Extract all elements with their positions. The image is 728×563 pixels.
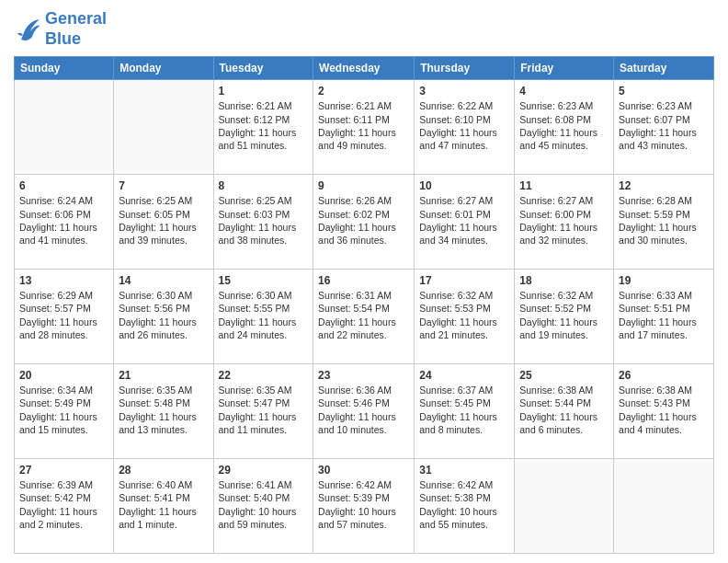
day-sunrise: Sunrise: 6:21 AM [318, 100, 392, 111]
header-cell-tuesday: Tuesday [213, 57, 313, 80]
day-daylight: Daylight: 10 hours and 57 minutes. [318, 506, 396, 530]
day-cell [15, 80, 114, 175]
day-cell: 25Sunrise: 6:38 AMSunset: 5:44 PMDayligh… [515, 364, 614, 459]
week-row-1: 6Sunrise: 6:24 AMSunset: 6:06 PMDaylight… [15, 175, 714, 270]
day-sunrise: Sunrise: 6:25 AM [219, 195, 292, 206]
day-daylight: Daylight: 11 hours and 17 minutes. [619, 316, 697, 340]
day-number: 13 [19, 273, 108, 288]
week-row-0: 1Sunrise: 6:21 AMSunset: 6:12 PMDaylight… [15, 80, 714, 175]
day-number: 31 [419, 463, 509, 477]
day-number: 9 [318, 178, 409, 193]
day-cell: 16Sunrise: 6:31 AMSunset: 5:54 PMDayligh… [313, 270, 415, 364]
day-number: 12 [619, 178, 709, 193]
day-sunset: Sunset: 6:05 PM [119, 209, 190, 220]
day-sunset: Sunset: 5:54 PM [318, 303, 390, 314]
day-number: 24 [419, 368, 509, 383]
day-sunrise: Sunrise: 6:21 AM [219, 100, 292, 111]
week-row-4: 27Sunrise: 6:39 AMSunset: 5:42 PMDayligh… [15, 459, 714, 554]
day-daylight: Daylight: 11 hours and 47 minutes. [419, 127, 497, 151]
day-sunset: Sunset: 6:01 PM [419, 209, 491, 220]
day-number: 28 [119, 463, 208, 477]
day-sunset: Sunset: 5:56 PM [119, 303, 190, 314]
day-sunset: Sunset: 5:44 PM [519, 397, 591, 408]
header-row: SundayMondayTuesdayWednesdayThursdayFrid… [15, 57, 714, 80]
day-daylight: Daylight: 11 hours and 49 minutes. [318, 127, 396, 151]
day-sunset: Sunset: 6:06 PM [19, 209, 91, 220]
day-sunrise: Sunrise: 6:22 AM [419, 100, 493, 111]
header-cell-monday: Monday [114, 57, 213, 80]
day-number: 3 [419, 84, 509, 98]
day-sunrise: Sunrise: 6:42 AM [419, 479, 493, 490]
day-sunrise: Sunrise: 6:29 AM [19, 290, 93, 301]
day-cell: 15Sunrise: 6:30 AMSunset: 5:55 PMDayligh… [213, 270, 313, 364]
day-sunrise: Sunrise: 6:35 AM [119, 385, 192, 396]
day-daylight: Daylight: 10 hours and 55 minutes. [419, 506, 497, 530]
day-sunrise: Sunrise: 6:40 AM [119, 479, 192, 490]
day-sunrise: Sunrise: 6:30 AM [119, 290, 192, 301]
day-number: 11 [519, 178, 609, 193]
day-cell: 1Sunrise: 6:21 AMSunset: 6:12 PMDaylight… [213, 80, 313, 175]
day-cell: 6Sunrise: 6:24 AMSunset: 6:06 PMDaylight… [15, 175, 114, 270]
header-cell-sunday: Sunday [15, 57, 114, 80]
day-cell: 21Sunrise: 6:35 AMSunset: 5:48 PMDayligh… [114, 364, 213, 459]
day-sunset: Sunset: 5:59 PM [619, 209, 690, 220]
day-cell: 3Sunrise: 6:22 AMSunset: 6:10 PMDaylight… [415, 80, 515, 175]
day-daylight: Daylight: 11 hours and 51 minutes. [219, 127, 297, 151]
day-daylight: Daylight: 11 hours and 1 minute. [119, 506, 197, 530]
day-number: 30 [318, 463, 409, 477]
day-cell: 24Sunrise: 6:37 AMSunset: 5:45 PMDayligh… [415, 364, 515, 459]
day-sunset: Sunset: 6:10 PM [419, 114, 491, 125]
logo-icon [14, 17, 41, 42]
calendar-body: 1Sunrise: 6:21 AMSunset: 6:12 PMDaylight… [15, 80, 714, 554]
logo-text: General Blue [45, 9, 107, 49]
day-sunrise: Sunrise: 6:32 AM [419, 290, 493, 301]
day-sunset: Sunset: 5:55 PM [219, 303, 290, 314]
day-sunset: Sunset: 6:08 PM [519, 114, 591, 125]
day-number: 5 [619, 84, 709, 98]
day-sunrise: Sunrise: 6:25 AM [119, 195, 192, 206]
day-sunset: Sunset: 5:47 PM [219, 397, 290, 408]
day-cell: 23Sunrise: 6:36 AMSunset: 5:46 PMDayligh… [313, 364, 415, 459]
day-sunrise: Sunrise: 6:27 AM [519, 195, 593, 206]
day-sunset: Sunset: 5:39 PM [318, 492, 390, 503]
day-daylight: Daylight: 11 hours and 34 minutes. [419, 222, 497, 246]
day-cell: 5Sunrise: 6:23 AMSunset: 6:07 PMDaylight… [614, 80, 714, 175]
day-cell: 4Sunrise: 6:23 AMSunset: 6:08 PMDaylight… [515, 80, 614, 175]
day-sunrise: Sunrise: 6:32 AM [519, 290, 593, 301]
day-cell: 14Sunrise: 6:30 AMSunset: 5:56 PMDayligh… [114, 270, 213, 364]
day-sunrise: Sunrise: 6:24 AM [19, 195, 93, 206]
day-sunset: Sunset: 5:46 PM [318, 397, 390, 408]
day-cell: 30Sunrise: 6:42 AMSunset: 5:39 PMDayligh… [313, 459, 415, 554]
day-cell: 18Sunrise: 6:32 AMSunset: 5:52 PMDayligh… [515, 270, 614, 364]
day-daylight: Daylight: 11 hours and 15 minutes. [19, 411, 97, 435]
day-sunrise: Sunrise: 6:31 AM [318, 290, 392, 301]
day-number: 6 [19, 178, 108, 193]
day-number: 27 [19, 463, 108, 477]
day-daylight: Daylight: 11 hours and 11 minutes. [219, 411, 297, 435]
day-daylight: Daylight: 10 hours and 59 minutes. [219, 506, 297, 530]
day-sunrise: Sunrise: 6:27 AM [419, 195, 493, 206]
day-daylight: Daylight: 11 hours and 13 minutes. [119, 411, 197, 435]
day-cell: 20Sunrise: 6:34 AMSunset: 5:49 PMDayligh… [15, 364, 114, 459]
logo: General Blue [14, 9, 107, 49]
day-number: 2 [318, 84, 409, 98]
header-cell-wednesday: Wednesday [313, 57, 415, 80]
calendar-table: SundayMondayTuesdayWednesdayThursdayFrid… [14, 56, 714, 554]
day-cell: 10Sunrise: 6:27 AMSunset: 6:01 PMDayligh… [415, 175, 515, 270]
day-daylight: Daylight: 11 hours and 28 minutes. [19, 316, 97, 340]
day-daylight: Daylight: 11 hours and 19 minutes. [519, 316, 597, 340]
day-sunset: Sunset: 5:45 PM [419, 397, 491, 408]
day-daylight: Daylight: 11 hours and 43 minutes. [619, 127, 697, 151]
day-cell [614, 459, 714, 554]
day-sunset: Sunset: 5:57 PM [19, 303, 91, 314]
header-cell-saturday: Saturday [614, 57, 714, 80]
day-cell: 8Sunrise: 6:25 AMSunset: 6:03 PMDaylight… [213, 175, 313, 270]
day-sunset: Sunset: 6:00 PM [519, 209, 591, 220]
day-daylight: Daylight: 11 hours and 38 minutes. [219, 222, 297, 246]
day-sunset: Sunset: 5:42 PM [19, 492, 91, 503]
day-number: 21 [119, 368, 208, 383]
day-sunset: Sunset: 6:02 PM [318, 209, 390, 220]
day-cell: 26Sunrise: 6:38 AMSunset: 5:43 PMDayligh… [614, 364, 714, 459]
header-cell-thursday: Thursday [415, 57, 515, 80]
day-cell: 13Sunrise: 6:29 AMSunset: 5:57 PMDayligh… [15, 270, 114, 364]
